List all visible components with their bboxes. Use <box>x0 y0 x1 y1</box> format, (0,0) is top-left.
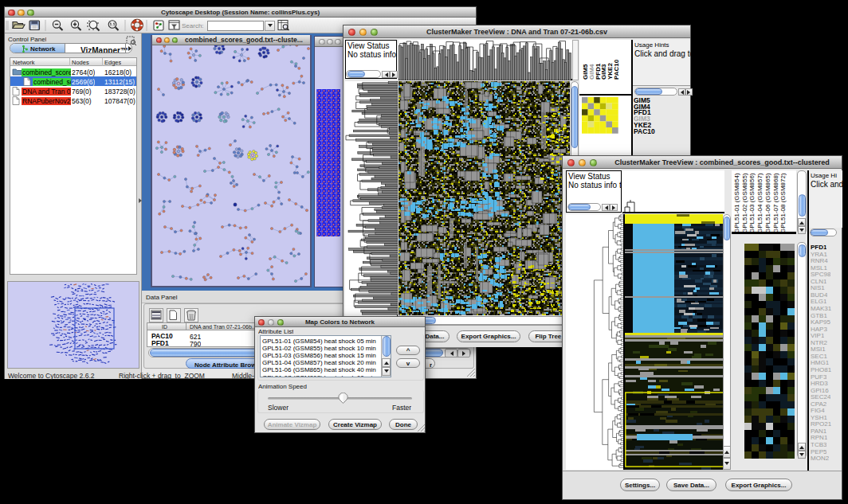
svg-text:Search:: Search: <box>182 22 204 29</box>
